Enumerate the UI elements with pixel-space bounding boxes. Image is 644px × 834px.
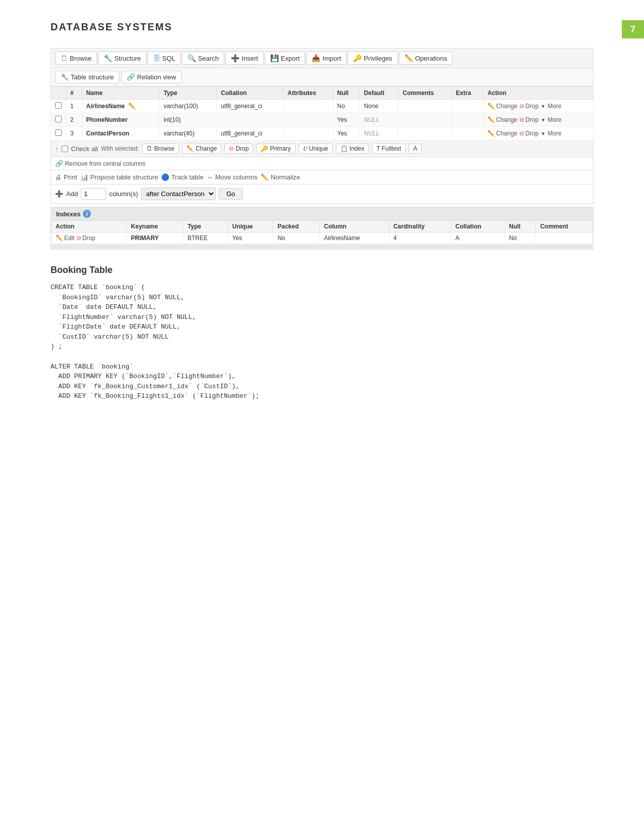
column-count-input[interactable]: [81, 188, 106, 200]
col-header-checkbox: [51, 87, 66, 100]
row2-change-link[interactable]: ✏️ Change: [487, 116, 517, 123]
row2-attributes: [283, 113, 333, 127]
row1-edit-icon[interactable]: ✏️: [128, 103, 136, 110]
check-all-checkbox[interactable]: [62, 146, 68, 152]
idx-edit-link[interactable]: ✏️ Edit: [56, 235, 75, 242]
export-icon: 💾: [270, 54, 279, 62]
unique-button[interactable]: 𝑈 Unique: [299, 144, 333, 154]
remove-central-link[interactable]: Remove from central columns: [65, 160, 145, 167]
browse-button[interactable]: 🗒 Browse: [55, 52, 97, 65]
add-icon: ➕: [55, 190, 63, 198]
idx-col-cardinality: Cardinality: [389, 221, 451, 233]
idx-col-collation: Collation: [451, 221, 505, 233]
indexes-table: Action Keyname Type Unique Packed Column…: [51, 220, 593, 249]
browse-selected-button[interactable]: 🗒 Browse: [142, 144, 179, 154]
row1-attributes: [283, 100, 333, 113]
booking-section: Booking Table CREATE TABLE `booking` ( `…: [51, 265, 593, 401]
row2-checkbox-cell: [51, 113, 66, 127]
sql-button[interactable]: 🗄 SQL: [147, 52, 181, 65]
table-structure-label: Table structure: [71, 73, 114, 81]
col-header-name: Name: [82, 87, 159, 100]
propose-structure-link[interactable]: 📊 Propose table structure: [80, 173, 158, 181]
row1-drop-icon: ⊖: [519, 103, 524, 110]
primary-button[interactable]: 🔑 Primary: [256, 144, 295, 154]
move-columns-link[interactable]: ↔ Move columns: [207, 173, 258, 181]
privileges-button[interactable]: 🔑 Privileges: [348, 52, 398, 65]
drop-selected-button[interactable]: ⊖ Drop: [224, 144, 253, 154]
index-button[interactable]: 📋 Index: [336, 144, 369, 154]
main-toolbar: 🗒 Browse 🔧 Structure 🗄 SQL 🔍 Search ➕ In…: [51, 48, 593, 68]
go-button[interactable]: Go: [219, 188, 242, 200]
row1-drop-link[interactable]: ⊖ Drop: [519, 103, 538, 110]
row3-default: NULL: [360, 127, 399, 141]
track-table-link[interactable]: 🔵 Track table: [161, 173, 204, 181]
row2-more-arrow[interactable]: ▼: [540, 117, 546, 123]
remove-icon: 🔗: [55, 160, 63, 167]
idx-edit-icon: ✏️: [56, 235, 63, 242]
search-button[interactable]: 🔍 Search: [182, 52, 224, 65]
relation-view-button[interactable]: 🔗 Relation view: [121, 71, 181, 83]
row2-more-label[interactable]: More: [548, 116, 561, 123]
import-button[interactable]: 📥 Import: [306, 52, 346, 65]
row1-more-arrow[interactable]: ▼: [540, 104, 546, 109]
row2-comments: [399, 113, 452, 127]
idx-keyname: PRIMARY: [127, 233, 183, 244]
table-row: 3 ContactPerson varchar(45) utf8_general…: [51, 127, 593, 141]
a-button[interactable]: A: [409, 144, 422, 154]
idx-col-unique: Unique: [228, 221, 273, 233]
row2-change-icon: ✏️: [487, 116, 495, 123]
insert-icon: ➕: [231, 54, 239, 62]
row3-more-arrow[interactable]: ▼: [540, 131, 546, 136]
row1-checkbox[interactable]: [55, 102, 62, 109]
fulltext-button[interactable]: T Fulltext: [372, 144, 406, 154]
primary-icon: 🔑: [261, 145, 268, 152]
row1-type: varchar(100): [159, 100, 216, 113]
idx-type: BTREE: [183, 233, 228, 244]
row2-checkbox[interactable]: [55, 116, 62, 122]
operations-icon: ✏️: [405, 54, 413, 62]
after-column-select[interactable]: after ContactPerson: [141, 188, 216, 200]
structure-icon: 🔧: [104, 54, 112, 62]
row3-null: Yes: [333, 127, 360, 141]
sql-icon: 🗄: [153, 54, 160, 62]
propose-label: Propose table structure: [90, 173, 158, 181]
row3-change-link[interactable]: ✏️ Change: [487, 130, 517, 137]
idx-drop-icon: ⊖: [76, 235, 81, 242]
export-button[interactable]: 💾 Export: [265, 52, 306, 65]
indexes-info-icon[interactable]: i: [83, 210, 91, 218]
action-row: 🖨 Print 📊 Propose table structure 🔵 Trac…: [51, 170, 593, 184]
row2-drop-link[interactable]: ⊖ Drop: [519, 116, 538, 123]
row1-more-label[interactable]: More: [548, 103, 561, 110]
normalize-link[interactable]: ✏️ Normalize: [261, 173, 301, 181]
insert-button[interactable]: ➕ Insert: [225, 52, 264, 65]
change-selected-button[interactable]: ✏️ Change: [182, 144, 221, 154]
columns-label: column(s): [109, 190, 138, 198]
print-label: Print: [64, 173, 77, 181]
table-structure-button[interactable]: 🔧 Table structure: [55, 71, 119, 83]
check-all-link[interactable]: Check all: [71, 145, 98, 153]
row1-null: No: [333, 100, 360, 113]
row3-extra: [452, 127, 483, 141]
print-link[interactable]: 🖨 Print: [55, 173, 77, 181]
idx-col-action: Action: [52, 221, 127, 233]
row1-change-link[interactable]: ✏️ Change: [487, 103, 517, 110]
idx-col-null: Null: [505, 221, 536, 233]
row3-drop-link[interactable]: ⊖ Drop: [519, 130, 538, 137]
row3-more-label[interactable]: More: [548, 130, 561, 137]
structure-button[interactable]: 🔧 Structure: [98, 52, 146, 65]
structure-table: # Name Type Collation Attributes Null De…: [51, 86, 593, 141]
idx-packed: No: [273, 233, 320, 244]
idx-col-column: Column: [320, 221, 389, 233]
bottom-toolbar: ↑ Check all With selected: 🗒 Browse ✏️ C…: [51, 141, 593, 157]
add-label: Add: [66, 190, 78, 198]
index-row-spacer: [52, 244, 593, 249]
index-icon: 📋: [340, 145, 348, 152]
search-label: Search: [198, 55, 219, 62]
row3-comments: [399, 127, 452, 141]
insert-label: Insert: [241, 55, 258, 62]
row3-checkbox[interactable]: [55, 129, 62, 136]
operations-button[interactable]: ✏️ Operations: [399, 52, 453, 65]
idx-drop-link[interactable]: ⊖ Drop: [76, 235, 95, 242]
row3-type: varchar(45): [159, 127, 216, 141]
indexes-header: Indexes i: [51, 207, 593, 220]
